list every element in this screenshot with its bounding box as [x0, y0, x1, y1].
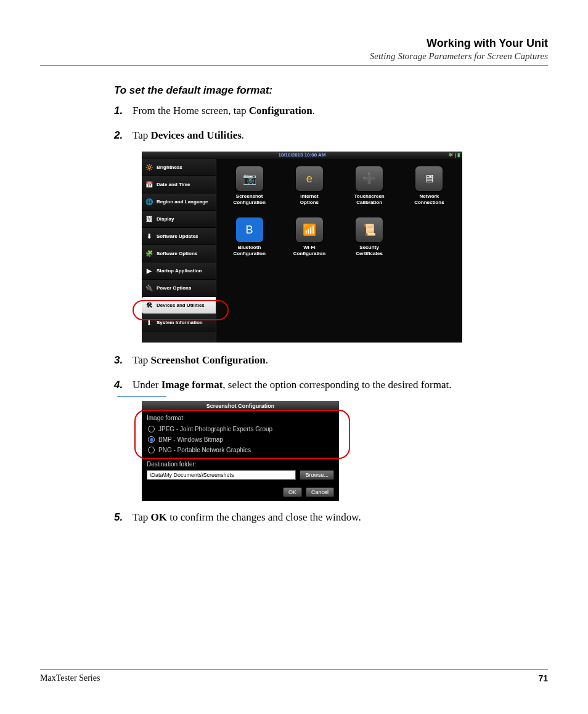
tile-network-connections[interactable]: 🖥NetworkConnections: [402, 166, 456, 205]
step-5: 5. Tap OK to confirm the changes and clo…: [114, 509, 548, 525]
step-2: 2. Tap Devices and Utilities.: [114, 128, 548, 144]
tile-label: BluetoothConfiguration: [223, 245, 276, 256]
sidebar-item-date-and-time[interactable]: 📅Date and Time: [142, 176, 216, 193]
sidebar-item-label: Display: [157, 216, 174, 222]
step-4: 4. Under Image format, select the option…: [114, 377, 548, 393]
step-3: 3. Tap Screenshot Configuration.: [114, 352, 548, 368]
sidebar-item-label: Date and Time: [157, 182, 190, 187]
startup-icon: ▶: [145, 267, 153, 275]
header-rule: [40, 65, 548, 66]
section-subtitle: Setting Storage Parameters for Screen Ca…: [40, 51, 548, 62]
globe-icon: 🌐: [145, 198, 153, 206]
tile-label: ScreenshotConfiguration: [223, 193, 276, 205]
chapter-title: Working with Your Unit: [40, 37, 548, 50]
radio-icon: [148, 426, 155, 432]
display-icon: 🖼: [145, 215, 153, 224]
devices-utilities-screenshot: 10/10/2013 10:00 AM ✲ | ▮ 🔆Brightness📅Da…: [142, 152, 462, 343]
sidebar-item-label: Devices and Utilities: [157, 302, 205, 308]
sidebar-item-power-options[interactable]: 🔌Power Options: [142, 280, 216, 297]
info-icon: ℹ: [145, 318, 153, 327]
settings-sidebar: 🔆Brightness📅Date and Time🌐Region and Lan…: [142, 159, 216, 343]
certificate-icon: 📜: [356, 217, 383, 242]
cancel-button[interactable]: Cancel: [306, 487, 334, 497]
tile-internet-options[interactable]: eInternetOptions: [282, 166, 336, 205]
download-icon: ⬇: [145, 232, 153, 241]
tile-label: NetworkConnections: [402, 193, 456, 205]
format-option-label: BMP - Windows Bitmap: [158, 436, 223, 443]
calendar-icon: 📅: [145, 181, 153, 189]
power-icon: 🔌: [145, 284, 153, 293]
image-format-label: Image format:: [147, 415, 334, 421]
sidebar-item-software-updates[interactable]: ⬇Software Updates: [142, 228, 216, 245]
tile-security-certificates[interactable]: 📜SecurityCertificates: [343, 217, 396, 256]
dialog-titlebar: Screenshot Configuration: [142, 401, 339, 411]
screenshot-configuration-dialog: Screenshot Configuration Image format: J…: [142, 401, 339, 501]
status-datetime: 10/10/2013 10:00 AM: [278, 152, 325, 158]
destination-path-input[interactable]: \Data\My Documents\Screenshots: [147, 470, 296, 480]
puzzle-icon: 🧩: [145, 249, 153, 258]
radio-icon: [148, 447, 155, 453]
tile-label: SecurityCertificates: [343, 245, 396, 256]
sidebar-item-label: Power Options: [157, 285, 191, 291]
tile-label: Wi-FiConfiguration: [282, 245, 336, 256]
sidebar-item-label: Software Updates: [157, 233, 198, 239]
tools-icon: 🛠: [145, 301, 153, 310]
sidebar-item-label: Software Options: [157, 251, 197, 256]
sidebar-item-devices-and-utilities[interactable]: 🛠Devices and Utilities: [142, 297, 216, 314]
sidebar-item-label: System Information: [157, 320, 203, 325]
page-number: 71: [538, 673, 548, 683]
sidebar-item-startup-application[interactable]: ▶Startup Application: [142, 262, 216, 280]
footer-series: MaxTester Series: [40, 673, 100, 683]
sidebar-item-label: Brightness: [157, 164, 182, 170]
tile-touchscreen-calibration[interactable]: ➕TouchscreenCalibration: [343, 166, 396, 205]
destination-label: Destination folder:: [147, 461, 334, 468]
network-icon: 🖥: [415, 166, 443, 191]
format-option-2[interactable]: PNG - Portable Network Graphics: [147, 445, 334, 455]
tile-wi-fi-configuration[interactable]: 📶Wi-FiConfiguration: [282, 217, 336, 256]
tile-label: TouchscreenCalibration: [343, 193, 396, 205]
callout-leadline: [117, 396, 166, 397]
ok-button[interactable]: OK: [283, 487, 302, 497]
tile-empty: [402, 217, 456, 256]
sidebar-item-display[interactable]: 🖼Display: [142, 211, 216, 228]
ie-icon: e: [296, 166, 323, 191]
utilities-grid: 📷ScreenshotConfigurationeInternetOptions…: [216, 159, 462, 343]
camera-icon: 📷: [236, 166, 263, 191]
tile-bluetooth-configuration[interactable]: BBluetoothConfiguration: [223, 217, 276, 256]
sidebar-item-system-information[interactable]: ℹSystem Information: [142, 314, 216, 331]
sidebar-item-brightness[interactable]: 🔆Brightness: [142, 159, 216, 176]
sidebar-item-software-options[interactable]: 🧩Software Options: [142, 245, 216, 262]
format-option-1[interactable]: BMP - Windows Bitmap: [147, 434, 334, 445]
sidebar-item-region-and-language[interactable]: 🌐Region and Language: [142, 193, 216, 211]
sidebar-item-label: Startup Application: [157, 268, 202, 274]
radio-icon: [148, 436, 155, 443]
format-option-label: JPEG - Joint Photographic Experts Group: [158, 426, 272, 432]
tile-screenshot-configuration[interactable]: 📷ScreenshotConfiguration: [223, 166, 276, 205]
brightness-icon: 🔆: [145, 163, 153, 172]
status-icons: ✲ | ▮: [449, 152, 460, 159]
bluetooth-icon: B: [236, 217, 263, 242]
browse-button[interactable]: Browse...: [300, 470, 334, 480]
step-1: 1. From the Home screen, tap Configurati…: [114, 103, 548, 119]
calibrate-icon: ➕: [356, 166, 383, 191]
status-bar: 10/10/2013 10:00 AM ✲ | ▮: [142, 152, 462, 159]
wifi-icon: 📶: [296, 217, 323, 242]
format-option-0[interactable]: JPEG - Joint Photographic Experts Group: [147, 424, 334, 434]
procedure-heading: To set the default image format:: [114, 84, 548, 97]
format-option-label: PNG - Portable Network Graphics: [158, 447, 251, 453]
sidebar-item-label: Region and Language: [157, 199, 208, 205]
tile-label: InternetOptions: [282, 193, 336, 205]
